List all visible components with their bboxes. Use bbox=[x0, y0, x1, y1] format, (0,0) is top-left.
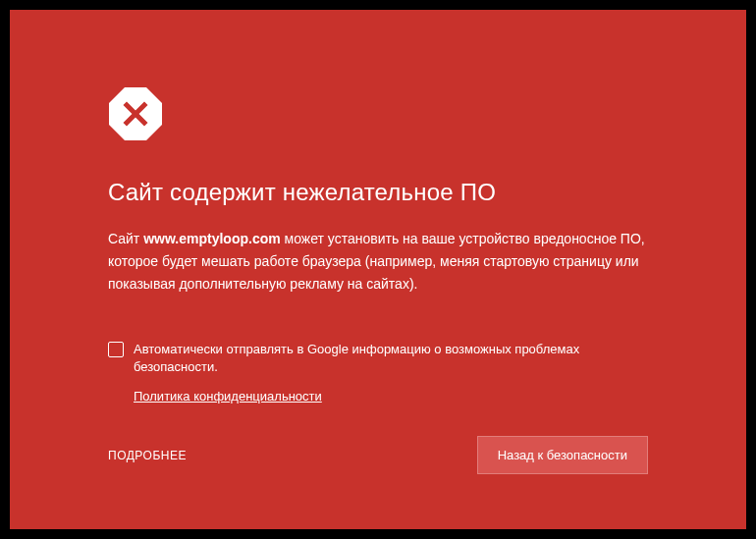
report-checkbox-row: Автоматически отправлять в Google информ… bbox=[108, 341, 648, 376]
privacy-policy-link[interactable]: Политика конфиденциальности bbox=[134, 389, 322, 404]
warning-heading: Сайт содержит нежелательное ПО bbox=[108, 179, 648, 206]
back-to-safety-button[interactable]: Назад к безопасности bbox=[477, 436, 648, 474]
warning-panel: Сайт содержит нежелательное ПО Сайт www.… bbox=[10, 10, 746, 529]
action-row: ПОДРОБНЕЕ Назад к безопасности bbox=[108, 436, 648, 474]
warning-domain: www.emptyloop.com bbox=[143, 231, 281, 246]
details-link[interactable]: ПОДРОБНЕЕ bbox=[108, 449, 187, 462]
description-prefix: Сайт bbox=[108, 231, 143, 246]
page-container: Сайт содержит нежелательное ПО Сайт www.… bbox=[0, 0, 756, 539]
report-checkbox-label: Автоматически отправлять в Google информ… bbox=[134, 341, 648, 376]
danger-icon bbox=[108, 86, 163, 141]
warning-description: Сайт www.emptyloop.com может установить … bbox=[108, 228, 648, 296]
report-checkbox[interactable] bbox=[108, 342, 124, 357]
